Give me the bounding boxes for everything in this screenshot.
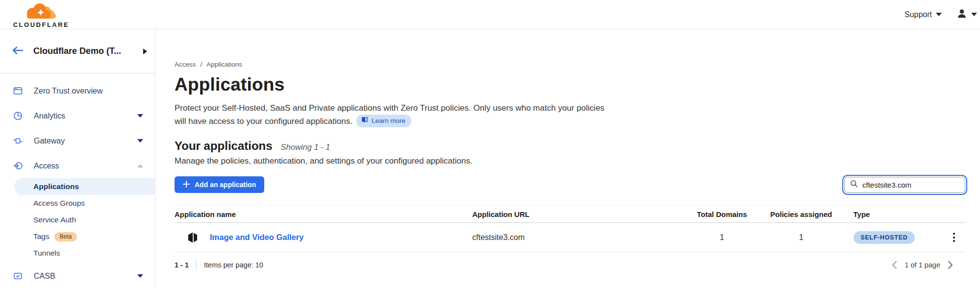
table-row: Image and Video Gallery cftestsite3.com …	[175, 223, 965, 252]
pagination-range: 1 - 1	[175, 261, 189, 269]
sub-item-label: Access Groups	[33, 199, 85, 208]
pagination-controls: 1 of 1 page	[892, 261, 965, 269]
applications-table: Application name Application URL Total D…	[175, 205, 965, 252]
page-status: 1 of 1 page	[905, 261, 940, 269]
sidebar-item-label: Zero Trust overview	[34, 87, 143, 96]
main-content: Access / Applications Applications Prote…	[155, 29, 980, 288]
chevron-down-icon	[137, 139, 143, 143]
sub-item-label: Applications	[33, 182, 79, 191]
table-header-row: Application name Application URL Total D…	[175, 206, 965, 223]
sidebar-item-access[interactable]: Access	[0, 153, 155, 178]
sub-item-label: Service Auth	[33, 216, 76, 224]
sidebar-item-tags[interactable]: Tags Beta	[14, 228, 155, 245]
cloudflare-logo[interactable]: CLOUDFLARE	[9, 2, 74, 28]
sidebar-item-label: Gateway	[34, 137, 126, 145]
items-per-page-label: Items per page: 10	[204, 261, 263, 269]
learn-more-button[interactable]: Learn more	[356, 115, 411, 128]
sidebar-item-label: Analytics	[34, 112, 126, 120]
cube-icon	[186, 231, 199, 244]
sidebar-item-analytics[interactable]: Analytics	[0, 103, 155, 128]
search-input[interactable]	[862, 181, 959, 189]
search-box	[844, 177, 965, 193]
pagination-bar: 1 - 1 Items per page: 10 1 of 1 page	[175, 260, 965, 270]
account-expand-icon[interactable]	[143, 48, 147, 54]
add-application-label: Add an application	[195, 181, 256, 189]
access-icon	[13, 161, 23, 171]
toolbar: Add an application	[175, 176, 965, 193]
sidebar-item-zero-trust-overview[interactable]: Zero Trust overview	[0, 78, 155, 103]
top-bar: CLOUDFLARE Support	[0, 0, 980, 29]
sidebar-item-casb[interactable]: CASB	[0, 264, 155, 288]
sidebar-item-gateway[interactable]: Gateway	[0, 128, 155, 153]
self-hosted-badge: SELF-HOSTED	[854, 231, 915, 244]
plus-icon	[183, 181, 190, 189]
cell-policies-assigned: 1	[767, 233, 835, 242]
gateway-icon	[13, 136, 23, 146]
window-icon	[13, 86, 23, 96]
chevron-up-icon	[137, 164, 143, 168]
column-header-application-name: Application name	[175, 210, 472, 218]
sidebar-nav: Zero Trust overview Analytics	[0, 73, 155, 288]
previous-page-icon[interactable]	[892, 261, 897, 269]
column-header-label: Application name	[175, 210, 236, 218]
chevron-down-icon	[936, 13, 942, 16]
sidebar: Cloudflare Demo (T... Zero Trust overvie…	[0, 29, 155, 288]
cell-total-domains: 1	[695, 233, 749, 242]
cell-application-name: Image and Video Gallery	[175, 231, 472, 244]
column-header-type: Type	[854, 210, 943, 218]
pagination-divider	[196, 260, 197, 270]
add-application-button[interactable]: Add an application	[175, 176, 264, 193]
book-icon	[361, 116, 368, 126]
sub-item-label: Tags	[33, 232, 50, 241]
sidebar-item-tunnels[interactable]: Tunnels	[14, 245, 155, 262]
back-arrow-icon[interactable]	[12, 46, 24, 57]
cell-actions	[943, 231, 966, 244]
breadcrumb-access[interactable]: Access	[175, 61, 196, 68]
sidebar-item-label: Access	[34, 162, 126, 170]
user-menu[interactable]	[956, 8, 977, 21]
casb-check-icon	[13, 271, 23, 281]
page-title: Applications	[175, 74, 965, 95]
sidebar-account-header: Cloudflare Demo (T...	[0, 29, 155, 73]
sidebar-item-label: CASB	[34, 272, 126, 281]
cloudflare-wordmark: CLOUDFLARE	[13, 21, 70, 28]
breadcrumb: Access / Applications	[175, 61, 965, 68]
cloudflare-cloud-icon	[18, 2, 65, 22]
showing-count: Showing 1 - 1	[281, 143, 330, 152]
search-icon	[850, 180, 858, 190]
chevron-down-icon	[137, 114, 143, 118]
next-page-icon[interactable]	[948, 261, 953, 269]
section-description: Manage the policies, authentication, and…	[175, 156, 965, 166]
chevron-down-icon	[971, 13, 977, 16]
sidebar-item-service-auth[interactable]: Service Auth	[14, 212, 155, 228]
page-description: Protect your Self-Hosted, SaaS and Priva…	[175, 102, 608, 127]
cell-application-url: cftestsite3.com	[472, 233, 695, 242]
chevron-down-icon	[137, 274, 143, 278]
column-header-policies-assigned: Policies assigned	[767, 210, 835, 218]
sidebar-item-applications[interactable]: Applications	[14, 178, 155, 195]
column-header-total-domains: Total Domains	[695, 210, 749, 218]
breadcrumb-separator: /	[201, 61, 202, 68]
sidebar-item-access-groups[interactable]: Access Groups	[14, 195, 155, 212]
support-menu[interactable]: Support	[905, 10, 942, 19]
cell-type: SELF-HOSTED	[854, 231, 943, 244]
column-header-application-url: Application URL	[472, 210, 695, 218]
beta-badge: Beta	[54, 232, 77, 241]
section-title: Your applications	[175, 139, 273, 153]
learn-more-label: Learn more	[372, 116, 405, 126]
section-header: Your applications Showing 1 - 1	[175, 139, 965, 153]
pie-chart-icon	[13, 111, 23, 121]
kebab-menu-icon[interactable]	[951, 231, 957, 244]
topbar-right: Support	[905, 8, 979, 21]
access-sub-list: Applications Access Groups Service Auth …	[0, 178, 155, 264]
sub-item-label: Tunnels	[33, 249, 60, 258]
breadcrumb-applications[interactable]: Applications	[206, 61, 242, 68]
account-name: Cloudflare Demo (T...	[33, 46, 133, 56]
user-icon	[956, 8, 967, 21]
support-label: Support	[905, 10, 932, 19]
application-link[interactable]: Image and Video Gallery	[210, 233, 303, 242]
